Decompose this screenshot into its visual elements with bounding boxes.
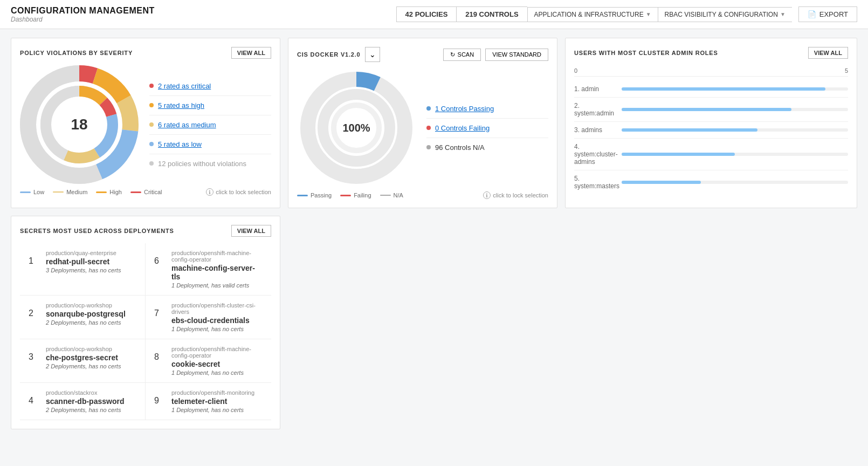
cis-lock-hint[interactable]: ℹ click to lock selection [483, 191, 548, 199]
low-link[interactable]: 5 rated as low [158, 140, 202, 148]
color-low: Low [20, 189, 44, 195]
app-infra-dropdown[interactable]: APPLICATION & INFRASTRUCTURE ▼ [527, 7, 658, 22]
secret-item-2: 2 production/ocp-workshop sonarqube-post… [20, 296, 146, 339]
user-rank-2: 2. system:admin [574, 102, 617, 117]
user-bar-container-5 [622, 181, 848, 184]
critical-color-line [130, 191, 141, 193]
secrets-card-title: SECRETS MOST USED ACROSS DEPLOYMENTS [20, 228, 174, 234]
none-dot [149, 161, 154, 166]
secret-desc-7: 1 Deployment, has no certs [171, 326, 263, 332]
high-color-line [96, 191, 107, 193]
cis-stats: 1 Controls Passing 0 Controls Failing 96… [426, 99, 548, 157]
cis-scan-btn[interactable]: ↻ SCAN [443, 49, 481, 61]
none-label: 12 policies without violations [158, 160, 246, 168]
cis-dropdown-btn[interactable]: ⌄ [365, 47, 380, 62]
secret-info-2: production/ocp-workshop sonarqube-postgr… [46, 302, 126, 326]
secret-desc-4: 2 Deployments, has no certs [46, 407, 124, 413]
secret-item-6: 6 production/openshift-machine-config-op… [146, 243, 271, 296]
rbac-caret: ▼ [780, 11, 786, 17]
user-row-4: 4. system:cluster-admins [574, 139, 848, 170]
lock-hint[interactable]: ℹ click to lock selection [206, 188, 271, 196]
user-rank-1: 1. admin [574, 85, 617, 93]
user-bar-3 [622, 128, 757, 132]
secret-num-2: 2 [29, 302, 39, 318]
failing-dot [426, 126, 431, 130]
medium-link[interactable]: 6 rated as medium [158, 121, 216, 129]
passing-dot [426, 106, 431, 111]
user-row-3: 3. admins [574, 122, 848, 139]
secret-item-9: 9 production/openshift-monitoring teleme… [146, 383, 271, 420]
cis-color-failing: Failing [340, 192, 371, 198]
app-infra-caret: ▼ [646, 11, 651, 17]
controls-nav-btn[interactable]: 219 CONTROLS [456, 6, 527, 22]
legend-item-high[interactable]: 5 rated as high [149, 96, 271, 115]
legend-item-medium[interactable]: 6 rated as medium [149, 115, 271, 135]
secret-name-1: redhat-pull-secret [46, 257, 121, 266]
users-card-header: USERS WITH MOST CLUSTER ADMIN ROLES VIEW… [574, 47, 848, 59]
user-bar-5 [622, 181, 701, 184]
secret-name-6: machine-config-server-tls [171, 264, 263, 281]
passing-link[interactable]: 1 Controls Passing [435, 105, 494, 113]
cis-header-row: CIS DOCKER V1.2.0 ⌄ ↻ SCAN VIEW STANDARD [297, 47, 548, 62]
user-row-1: 1. admin [574, 81, 848, 98]
low-color-line [20, 191, 31, 193]
cis-body: 100% 1 Controls Passing 0 Controls Faili… [297, 68, 548, 187]
secret-item-4: 4 production/stackrox scanner-db-passwor… [20, 383, 146, 420]
failing-color-line [340, 195, 351, 196]
secrets-view-all-btn[interactable]: VIEW ALL [231, 225, 271, 237]
secret-num-9: 9 [154, 389, 165, 406]
secret-item-7: 7 production/openshift-cluster-csi-drive… [146, 296, 271, 339]
secret-ns-3: production/ocp-workshop [46, 346, 121, 352]
legend-item-low[interactable]: 5 rated as low [149, 135, 271, 154]
failing-link[interactable]: 0 Controls Failing [435, 124, 490, 132]
secret-ns-9: production/openshift-monitoring [171, 389, 254, 396]
user-bar-container-4 [622, 153, 848, 156]
low-dot [149, 142, 154, 146]
policies-nav-btn[interactable]: 42 POLICIES [396, 6, 457, 22]
secrets-card: SECRETS MOST USED ACROSS DEPLOYMENTS VIE… [11, 216, 280, 429]
secret-ns-6: production/openshift-machine-config-oper… [171, 250, 263, 263]
secret-num-8: 8 [154, 346, 165, 362]
legend-item-critical[interactable]: 2 rated as critical [149, 77, 271, 96]
user-rank-4: 4. system:cluster-admins [574, 143, 617, 166]
secret-desc-2: 2 Deployments, has no certs [46, 319, 126, 326]
user-rank-3: 3. admins [574, 126, 617, 134]
user-bar-container-3 [622, 128, 848, 132]
users-scale-row: 0 5 [574, 67, 848, 77]
high-dot [149, 103, 154, 107]
critical-link[interactable]: 2 rated as critical [158, 82, 211, 90]
export-button[interactable]: 📄 EXPORT [798, 6, 857, 22]
policy-donut-center: 18 [71, 116, 87, 133]
secret-info-6: production/openshift-machine-config-oper… [171, 250, 263, 289]
users-view-all-btn[interactable]: VIEW ALL [808, 47, 848, 59]
users-card-title: USERS WITH MOST CLUSTER ADMIN ROLES [574, 50, 718, 56]
secret-desc-1: 3 Deployments, has no certs [46, 267, 121, 273]
policy-donut-container: 18 [20, 65, 139, 184]
secret-desc-3: 2 Deployments, has no certs [46, 363, 121, 369]
user-bar-1 [622, 87, 825, 91]
export-icon: 📄 [808, 10, 816, 18]
secret-name-9: telemeter-client [171, 397, 254, 406]
secret-info-4: production/stackrox scanner-db-password … [46, 389, 124, 413]
cis-stat-passing: 1 Controls Passing [426, 99, 548, 119]
secret-name-7: ebs-cloud-credentials [171, 316, 263, 325]
page-subtitle: Dashboard [11, 16, 155, 23]
secret-ns-8: production/openshift-machine-config-oper… [171, 346, 263, 359]
secret-ns-4: production/stackrox [46, 389, 124, 396]
rbac-dropdown[interactable]: RBAC VISIBILITY & CONFIGURATION ▼ [658, 7, 792, 22]
secret-num-3: 3 [29, 346, 39, 362]
header: CONFIGURATION MANAGEMENT Dashboard 42 PO… [0, 0, 868, 29]
secret-info-3: production/ocp-workshop che-postgres-sec… [46, 346, 121, 369]
cis-color-na: N/A [380, 192, 403, 198]
main-content: POLICY VIOLATIONS BY SEVERITY VIEW ALL [0, 29, 868, 438]
secret-desc-8: 1 Deployment, has no certs [171, 369, 263, 376]
policy-card-header: POLICY VIOLATIONS BY SEVERITY VIEW ALL [20, 47, 271, 59]
policy-body: 18 2 rated as critical 5 rated as high 6… [20, 65, 271, 184]
legend-item-none: 12 policies without violations [149, 154, 271, 173]
secret-num-1: 1 [29, 250, 39, 266]
cis-view-standard-btn[interactable]: VIEW STANDARD [485, 49, 548, 61]
cis-card-title: CIS DOCKER V1.2.0 [297, 51, 361, 58]
high-link[interactable]: 5 rated as high [158, 101, 204, 109]
users-card: USERS WITH MOST CLUSTER ADMIN ROLES VIEW… [565, 38, 857, 208]
policy-view-all-btn[interactable]: VIEW ALL [231, 47, 271, 59]
